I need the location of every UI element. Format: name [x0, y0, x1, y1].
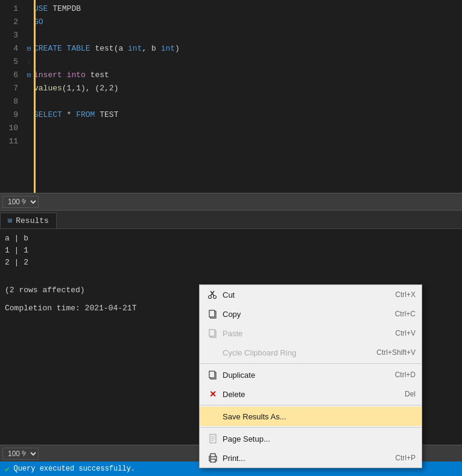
- svg-point-18: [210, 457, 211, 459]
- results-tabs: ⊞ Results: [0, 211, 462, 229]
- block-indicator: [34, 0, 36, 193]
- menu-item-print[interactable]: Print...Ctrl+P: [200, 448, 422, 468]
- code-line: 10: [0, 122, 462, 135]
- code-line: 3: [0, 29, 462, 42]
- menu-icon-print: [206, 453, 220, 463]
- line-collapse-icon: ⊟: [24, 69, 34, 82]
- menu-icon-cut: [206, 290, 220, 299]
- result-row-1: 1 | 1: [5, 245, 457, 257]
- horizontal-scrollbar-top[interactable]: [40, 198, 462, 206]
- menu-item-cut[interactable]: CutCtrl+X: [200, 285, 422, 304]
- menu-shortcut-cycle-clipboard: Ctrl+Shift+V: [364, 348, 416, 357]
- code-editor[interactable]: 1USE TEMPDB2GO3 4⊟CREATE TABLE test(a in…: [0, 0, 462, 193]
- line-content: [34, 29, 462, 42]
- code-line: 5|: [0, 55, 462, 69]
- line-number: 6: [0, 69, 24, 82]
- menu-label-save-results: Save Results As...: [220, 412, 416, 421]
- line-number: 7: [0, 82, 24, 95]
- line-content: [34, 55, 462, 69]
- context-menu: CutCtrl+X CopyCtrl+C PasteCtrl+VCycle Cl…: [199, 284, 422, 468]
- svg-rect-5: [209, 310, 215, 317]
- menu-shortcut-duplicate: Ctrl+D: [383, 371, 416, 379]
- code-line: 1USE TEMPDB: [0, 2, 462, 16]
- zoom-bar-top: 100 %: [0, 193, 462, 210]
- line-number: 2: [0, 16, 24, 29]
- line-content: CREATE TABLE test(a int, b int): [34, 42, 462, 55]
- svg-point-3: [214, 296, 217, 299]
- menu-item-cycle-clipboard[interactable]: Cycle Clipboard RingCtrl+Shift+V: [200, 343, 422, 362]
- menu-icon-copy: [206, 309, 220, 319]
- menu-divider: [200, 427, 422, 428]
- line-content: values(1,1), (2,2): [34, 82, 462, 95]
- menu-label-copy: Copy: [220, 310, 383, 319]
- tab-results[interactable]: ⊞ Results: [0, 213, 57, 228]
- line-number: 8: [0, 95, 24, 108]
- status-text: Query executed successfully.: [13, 465, 135, 473]
- code-line: 7values(1,1), (2,2): [0, 82, 462, 95]
- menu-label-paste: Paste: [220, 329, 383, 338]
- result-row-2: 2 | 2: [5, 257, 457, 269]
- menu-shortcut-paste: Ctrl+V: [383, 329, 416, 337]
- svg-rect-17: [210, 459, 215, 462]
- menu-item-delete[interactable]: ✕DeleteDel: [200, 384, 422, 404]
- menu-item-save-results[interactable]: Save Results As...: [200, 407, 422, 426]
- menu-icon-duplicate: [206, 370, 220, 380]
- line-number: 9: [0, 108, 24, 122]
- menu-label-cycle-clipboard: Cycle Clipboard Ring: [220, 348, 364, 357]
- menu-label-cut: Cut: [220, 290, 383, 299]
- line-number: 11: [0, 135, 24, 148]
- menu-divider: [200, 363, 422, 364]
- menu-label-duplicate: Duplicate: [220, 371, 383, 380]
- menu-item-page-setup[interactable]: Page Setup...: [200, 429, 422, 448]
- code-line: 6⊟insert into test: [0, 69, 462, 82]
- line-content: SELECT * FROM TEST: [34, 108, 462, 122]
- svg-rect-7: [209, 330, 215, 336]
- line-collapse-icon: ⊟: [24, 42, 34, 55]
- line-content: [34, 122, 462, 135]
- zoom-select-top[interactable]: 100 %: [2, 196, 39, 208]
- code-line: 4⊟CREATE TABLE test(a int, b int): [0, 42, 462, 55]
- line-number: 5: [0, 55, 24, 69]
- code-line: 9SELECT * FROM TEST: [0, 108, 462, 122]
- tab-results-label: Results: [16, 216, 49, 225]
- line-number: 4: [0, 42, 24, 55]
- menu-item-duplicate[interactable]: DuplicateCtrl+D: [200, 365, 422, 384]
- line-number: 1: [0, 2, 24, 16]
- menu-icon-delete: ✕: [206, 389, 220, 399]
- line-number: 3: [0, 29, 24, 42]
- menu-label-print: Print...: [220, 454, 383, 463]
- code-lines: 1USE TEMPDB2GO3 4⊟CREATE TABLE test(a in…: [0, 0, 462, 148]
- line-content: [34, 95, 462, 108]
- menu-shortcut-delete: Del: [393, 390, 416, 398]
- menu-shortcut-copy: Ctrl+C: [383, 310, 416, 318]
- svg-text:✕: ✕: [209, 389, 217, 399]
- menu-item-copy[interactable]: CopyCtrl+C: [200, 304, 422, 324]
- menu-label-page-setup: Page Setup...: [220, 434, 416, 443]
- menu-icon-paste: [206, 328, 220, 338]
- code-line: 11: [0, 135, 462, 148]
- tab-results-icon: ⊞: [8, 216, 12, 225]
- zoom-select-bottom[interactable]: 100 %: [2, 448, 39, 460]
- line-content: USE TEMPDB: [34, 2, 462, 16]
- line-collapse-icon: |: [24, 55, 34, 69]
- result-header: a | b: [5, 233, 457, 245]
- status-success-icon: ✔: [5, 464, 10, 474]
- menu-shortcut-print: Ctrl+P: [383, 454, 416, 462]
- menu-label-delete: Delete: [220, 390, 393, 399]
- menu-shortcut-cut: Ctrl+X: [383, 290, 416, 299]
- svg-rect-16: [210, 454, 215, 457]
- code-line: 8: [0, 95, 462, 108]
- line-content: GO: [34, 16, 462, 29]
- line-content: [34, 135, 462, 148]
- menu-item-paste[interactable]: PasteCtrl+V: [200, 324, 422, 343]
- line-number: 10: [0, 122, 24, 135]
- code-line: 2GO: [0, 16, 462, 29]
- menu-icon-page-setup: [206, 434, 220, 443]
- line-content: insert into test: [34, 69, 462, 82]
- svg-rect-9: [209, 371, 215, 378]
- result-affected: [5, 272, 457, 284]
- menu-divider: [200, 405, 422, 406]
- svg-point-2: [209, 296, 212, 299]
